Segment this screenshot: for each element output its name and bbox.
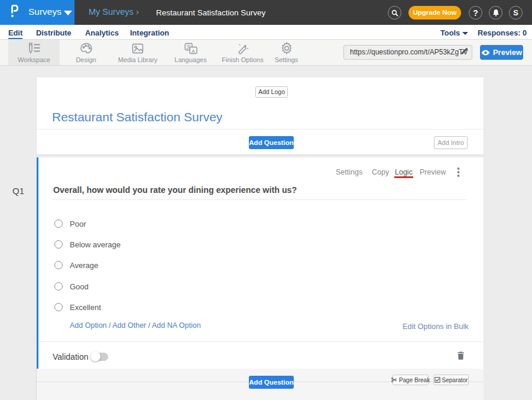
svg-text:A: A	[192, 49, 195, 54]
svg-text:文: 文	[186, 44, 191, 50]
